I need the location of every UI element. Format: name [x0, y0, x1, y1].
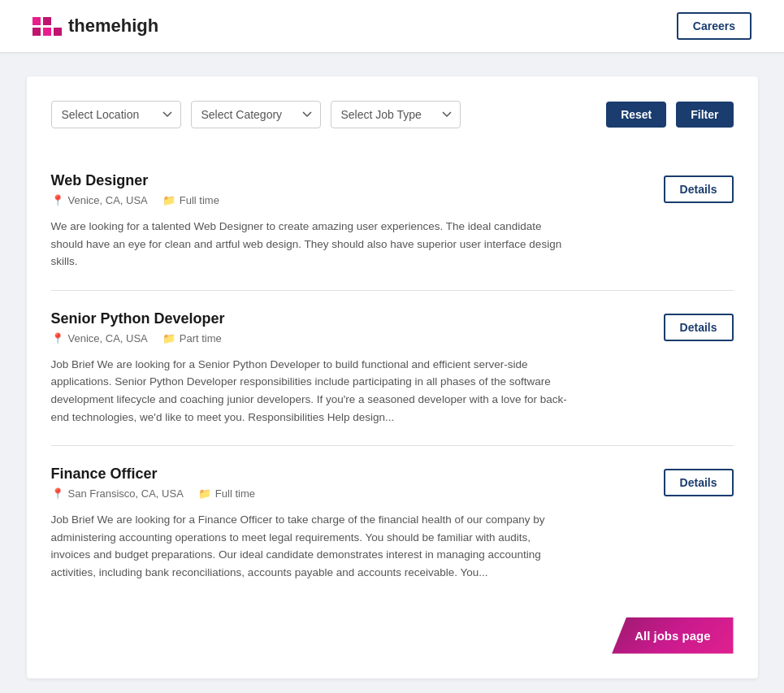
all-jobs-container: All jobs page: [51, 617, 734, 654]
job-meta: 📍 Venice, CA, USA 📁 Full time: [51, 194, 648, 206]
logo-sq-5: [54, 28, 62, 36]
location-icon: 📍: [51, 194, 64, 206]
job-info: Finance Officer 📍 San Fransisco, CA, USA…: [51, 466, 648, 581]
logo-icon: [32, 17, 62, 36]
job-type: 📁 Full time: [198, 487, 255, 500]
header: themehigh Careers: [0, 0, 784, 52]
filter-button[interactable]: Filter: [676, 102, 733, 128]
job-type-text: Part time: [180, 332, 222, 344]
job-listing: Senior Python Developer 📍 Venice, CA, US…: [51, 290, 734, 445]
jobtype-icon: 📁: [198, 487, 211, 500]
job-type-text: Full time: [215, 487, 255, 500]
job-description: We are looking for a talented Web Design…: [51, 218, 571, 271]
job-description: Job Brief We are looking for a Senior Py…: [51, 356, 571, 426]
main-content: Select Location Select Category Select J…: [27, 76, 758, 678]
job-location-text: San Fransisco, CA, USA: [68, 487, 184, 500]
job-listing: Web Designer 📍 Venice, CA, USA 📁 Full ti…: [51, 153, 734, 290]
all-jobs-button[interactable]: All jobs page: [612, 617, 733, 654]
details-button[interactable]: Details: [664, 469, 734, 496]
job-type: 📁 Part time: [162, 332, 222, 344]
location-icon: 📍: [51, 487, 64, 500]
job-listings: Web Designer 📍 Venice, CA, USA 📁 Full ti…: [51, 153, 734, 601]
logo-sq-4: [43, 28, 51, 36]
job-header: Finance Officer 📍 San Fransisco, CA, USA…: [51, 466, 734, 581]
job-description: Job Brief We are looking for a Finance O…: [51, 511, 571, 581]
job-location-text: Venice, CA, USA: [68, 194, 148, 206]
job-header: Web Designer 📍 Venice, CA, USA 📁 Full ti…: [51, 172, 734, 271]
logo-sq-2: [43, 17, 51, 25]
job-type: 📁 Full time: [162, 194, 219, 206]
job-location-text: Venice, CA, USA: [68, 332, 148, 344]
details-button[interactable]: Details: [664, 175, 734, 203]
logo-sq-3: [32, 28, 41, 36]
jobtype-icon: 📁: [162, 194, 175, 206]
job-header: Senior Python Developer 📍 Venice, CA, US…: [51, 310, 734, 426]
job-info: Senior Python Developer 📍 Venice, CA, US…: [51, 310, 648, 426]
job-listing: Finance Officer 📍 San Fransisco, CA, USA…: [51, 445, 734, 600]
reset-button[interactable]: Reset: [606, 102, 666, 128]
job-type-text: Full time: [180, 194, 219, 206]
location-icon: 📍: [51, 332, 64, 344]
job-info: Web Designer 📍 Venice, CA, USA 📁 Full ti…: [51, 172, 648, 271]
job-title: Web Designer: [51, 172, 648, 189]
job-meta: 📍 Venice, CA, USA 📁 Part time: [51, 332, 648, 344]
careers-button[interactable]: Careers: [677, 12, 752, 40]
job-location: 📍 Venice, CA, USA: [51, 194, 148, 206]
logo-text: themehigh: [68, 15, 158, 37]
logo-sq-1: [32, 17, 41, 25]
filter-bar: Select Location Select Category Select J…: [51, 101, 734, 128]
job-title: Finance Officer: [51, 466, 648, 483]
logo-container: themehigh: [32, 15, 158, 37]
jobtype-select[interactable]: Select Job Type: [331, 101, 461, 128]
jobtype-icon: 📁: [162, 332, 175, 344]
category-select[interactable]: Select Category: [191, 101, 321, 128]
job-location: 📍 Venice, CA, USA: [51, 332, 148, 344]
location-select[interactable]: Select Location: [51, 101, 181, 128]
job-location: 📍 San Fransisco, CA, USA: [51, 487, 184, 500]
job-title: Senior Python Developer: [51, 310, 648, 327]
job-meta: 📍 San Fransisco, CA, USA 📁 Full time: [51, 487, 648, 500]
details-button[interactable]: Details: [664, 314, 734, 341]
